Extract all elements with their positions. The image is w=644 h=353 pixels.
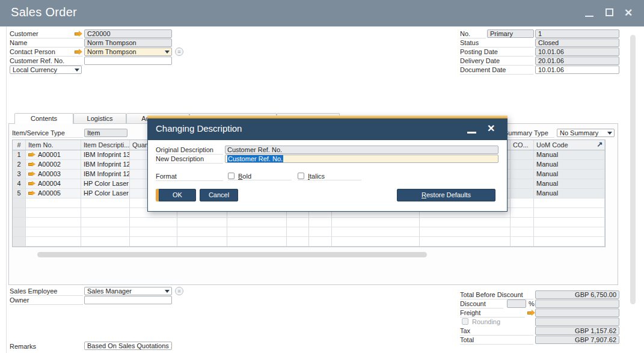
item-service-type-field[interactable]: Item xyxy=(84,129,127,137)
table-cell[interactable] xyxy=(227,237,287,247)
column-header-num[interactable]: # xyxy=(13,140,26,150)
delivery-date-field[interactable]: 20.01.06 xyxy=(535,57,619,65)
table-cell[interactable] xyxy=(26,227,81,237)
link-arrow-icon[interactable] xyxy=(28,191,36,196)
bold-checkbox[interactable] xyxy=(228,173,235,179)
link-arrow-icon[interactable] xyxy=(28,171,36,177)
table-cell[interactable] xyxy=(309,237,332,247)
table-cell[interactable] xyxy=(287,218,309,227)
table-cell[interactable]: A00001 xyxy=(26,150,81,160)
table-cell[interactable]: IBM Infoprint 122 xyxy=(81,170,130,179)
table-cell[interactable] xyxy=(309,227,332,237)
table-cell[interactable]: IBM Infoprint 122 xyxy=(81,160,130,170)
table-cell[interactable] xyxy=(13,227,26,237)
link-arrow-icon[interactable] xyxy=(28,181,36,186)
table-row[interactable] xyxy=(13,218,605,227)
maximize-icon[interactable] xyxy=(606,8,613,16)
table-cell[interactable] xyxy=(511,198,534,208)
table-cell[interactable] xyxy=(81,198,130,208)
table-cell[interactable] xyxy=(534,227,605,237)
table-cell[interactable] xyxy=(81,227,130,237)
tab-contents[interactable]: Contents xyxy=(14,113,73,124)
link-arrow-icon[interactable] xyxy=(28,162,36,167)
table-cell[interactable]: A00002 xyxy=(26,160,81,170)
table-cell[interactable] xyxy=(511,218,534,227)
menu-circle-icon[interactable] xyxy=(175,48,183,56)
posting-date-field[interactable]: 10.01.06 xyxy=(535,48,619,56)
dialog-minimize-icon[interactable] xyxy=(467,132,476,134)
close-icon[interactable]: ✕ xyxy=(624,7,633,19)
table-row[interactable] xyxy=(13,237,605,247)
table-cell[interactable]: HP Color Laser Je xyxy=(81,189,130,198)
vertical-scrollbar[interactable] xyxy=(630,35,636,304)
minimize-icon[interactable] xyxy=(585,16,593,17)
tab-logistics[interactable]: Logistics xyxy=(73,113,126,123)
contact-person-combo[interactable]: Norm Thompson xyxy=(84,48,172,56)
table-cell[interactable] xyxy=(13,198,26,208)
table-row[interactable] xyxy=(13,227,605,237)
table-cell[interactable] xyxy=(420,227,511,237)
summary-type-dropdown[interactable]: No Summary xyxy=(557,129,615,137)
table-cell[interactable] xyxy=(511,237,534,247)
table-cell[interactable] xyxy=(81,208,130,218)
table-cell[interactable] xyxy=(511,150,534,160)
table-cell[interactable] xyxy=(420,218,511,227)
link-arrow-icon[interactable] xyxy=(527,310,536,316)
cancel-button[interactable]: Cancel xyxy=(200,189,238,201)
table-cell[interactable] xyxy=(227,227,287,237)
table-cell[interactable] xyxy=(130,227,177,237)
docnum-field[interactable]: 1 xyxy=(535,29,619,38)
table-cell[interactable]: Manual xyxy=(534,179,605,189)
table-cell[interactable]: 1 xyxy=(13,150,26,160)
discount-percent-field[interactable] xyxy=(507,299,526,308)
table-cell[interactable]: Manual xyxy=(534,170,605,179)
chevron-down-icon[interactable] xyxy=(165,51,170,54)
table-cell[interactable] xyxy=(81,237,130,247)
menu-circle-icon[interactable] xyxy=(175,287,183,295)
series-field[interactable]: Primary xyxy=(487,29,534,38)
remarks-field[interactable]: Based On Sales Quotations 1. xyxy=(84,342,172,350)
horizontal-scrollbar[interactable] xyxy=(37,252,427,257)
name-field[interactable]: Norm Thompson xyxy=(84,38,172,47)
table-cell[interactable]: A00005 xyxy=(26,189,81,198)
table-cell[interactable]: 2 xyxy=(13,160,26,170)
sales-employee-combo[interactable]: Sales Manager xyxy=(84,287,172,295)
table-cell[interactable] xyxy=(511,208,534,218)
table-cell[interactable]: 4 xyxy=(13,179,26,189)
table-cell[interactable] xyxy=(534,218,605,227)
table-cell[interactable] xyxy=(511,189,534,198)
table-cell[interactable]: 5 xyxy=(13,189,26,198)
table-cell[interactable] xyxy=(511,160,534,170)
document-date-field[interactable]: 10.01.06 xyxy=(535,66,619,74)
table-cell[interactable] xyxy=(13,237,26,247)
owner-field[interactable] xyxy=(84,296,172,304)
table-cell[interactable] xyxy=(81,218,130,227)
table-cell[interactable] xyxy=(26,208,81,218)
table-cell[interactable] xyxy=(309,218,332,227)
table-cell[interactable] xyxy=(420,237,511,247)
customer-ref-field[interactable] xyxy=(84,57,172,65)
table-cell[interactable] xyxy=(177,218,227,227)
chevron-down-icon[interactable] xyxy=(607,132,612,135)
table-cell[interactable] xyxy=(332,227,420,237)
table-cell[interactable] xyxy=(511,179,534,189)
customer-field[interactable]: C20000 xyxy=(84,29,172,38)
table-cell[interactable] xyxy=(287,227,309,237)
table-cell[interactable] xyxy=(26,237,81,247)
italics-checkbox[interactable] xyxy=(298,173,304,179)
table-cell[interactable]: Manual xyxy=(534,189,605,198)
table-cell[interactable] xyxy=(227,218,287,227)
column-header-item_no[interactable]: Item No. xyxy=(26,140,81,150)
dialog-close-icon[interactable]: ✕ xyxy=(487,123,495,134)
table-cell[interactable] xyxy=(534,198,605,208)
new-description-field[interactable]: Customer Ref. No. xyxy=(225,155,498,163)
table-cell[interactable] xyxy=(13,208,26,218)
table-cell[interactable]: HP Color Laser Je xyxy=(81,179,130,189)
table-cell[interactable] xyxy=(332,237,420,247)
table-cell[interactable] xyxy=(130,237,177,247)
table-cell[interactable] xyxy=(534,237,605,247)
table-cell[interactable] xyxy=(26,198,81,208)
table-cell[interactable]: 3 xyxy=(13,170,26,179)
table-cell[interactable] xyxy=(26,218,81,227)
table-cell[interactable]: A00004 xyxy=(26,179,81,189)
